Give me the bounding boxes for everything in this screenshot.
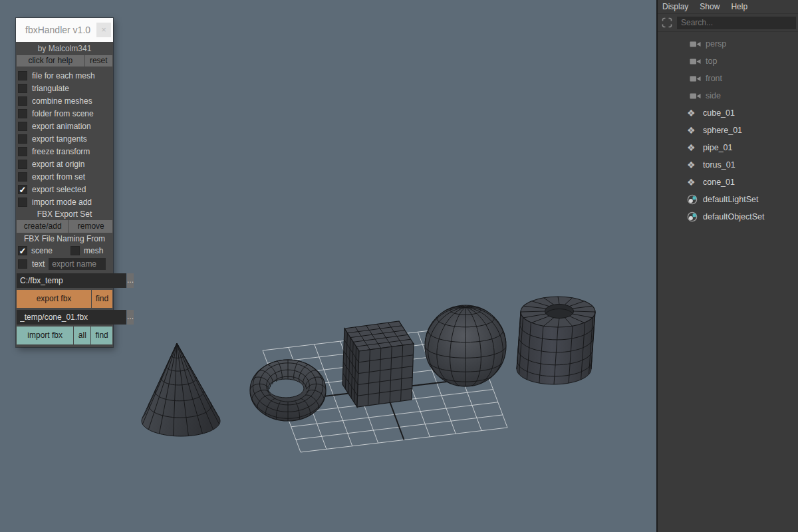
option-row[interactable]: import mode add (16, 196, 113, 208)
import-all-button[interactable]: all (74, 327, 90, 344)
option-row[interactable]: export tangents (16, 132, 113, 145)
outliner-item-cone_01[interactable]: ❖ cone_01 (658, 174, 798, 191)
outliner-item-sphere_01[interactable]: ❖ sphere_01 (658, 122, 798, 139)
sphere-object[interactable] (425, 305, 506, 386)
option-label: export from set (32, 172, 85, 182)
checkbox[interactable] (18, 122, 27, 131)
outliner-item-side[interactable]: side (658, 87, 798, 104)
item-label: side (706, 91, 721, 100)
menu-display[interactable]: Display (662, 2, 688, 11)
export-name-input[interactable] (49, 258, 106, 270)
scene-checkbox[interactable]: ✓ (18, 246, 27, 255)
options-list: file for each mesh triangulate combine m… (16, 69, 113, 208)
item-label: pipe_01 (703, 143, 733, 152)
filter-icon[interactable] (661, 17, 673, 29)
remove-button[interactable]: remove (69, 220, 112, 233)
item-label: torus_01 (703, 160, 735, 170)
mesh-icon: ❖ (687, 178, 700, 187)
reset-button[interactable]: reset (85, 55, 112, 66)
set-icon (687, 211, 700, 222)
search-input[interactable] (677, 17, 796, 29)
outliner-item-torus_01[interactable]: ❖ torus_01 (658, 156, 798, 174)
export-set-label: FBX Export Set (16, 209, 113, 220)
import-fbx-button[interactable]: import fbx (17, 327, 73, 344)
option-row[interactable]: file for each mesh (16, 69, 113, 82)
torus-object[interactable] (250, 360, 326, 421)
create-add-button[interactable]: create/add (17, 220, 68, 233)
option-row[interactable]: folder from scene (16, 107, 113, 120)
option-label: export animation (32, 122, 91, 131)
checkbox[interactable] (18, 172, 27, 182)
text-checkbox[interactable] (18, 259, 27, 269)
close-button[interactable]: × (96, 23, 111, 37)
option-label: export selected (32, 185, 86, 194)
outliner-item-defaultLightSet[interactable]: defaultLightSet (658, 191, 798, 208)
option-row[interactable]: ✓export selected (16, 183, 113, 196)
option-row[interactable]: triangulate (16, 82, 113, 94)
option-label: import mode add (32, 198, 92, 207)
option-label: triangulate (32, 84, 69, 93)
export-fbx-button[interactable]: export fbx (17, 290, 91, 308)
mesh-icon: ❖ (687, 126, 700, 135)
fbxhandler-panel: fbxHandler v1.0 × by Malcolm341 click fo… (16, 18, 113, 347)
option-row[interactable]: combine meshes (16, 94, 113, 107)
mesh-icon: ❖ (687, 108, 700, 118)
outliner-item-top[interactable]: top (658, 53, 798, 70)
option-label: combine meshes (32, 96, 92, 106)
option-row[interactable]: export animation (16, 120, 113, 132)
mesh-icon: ❖ (687, 143, 700, 152)
outliner-item-defaultObjectSet[interactable]: defaultObjectSet (658, 208, 798, 225)
menu-help[interactable]: Help (731, 2, 747, 11)
item-label: defaultLightSet (703, 195, 758, 204)
export-path-input[interactable] (17, 273, 126, 288)
checkbox[interactable] (18, 71, 27, 80)
mesh-label: mesh (84, 246, 103, 255)
camera-icon (690, 75, 702, 82)
outliner-item-pipe_01[interactable]: ❖ pipe_01 (658, 139, 798, 156)
checkbox[interactable]: ✓ (18, 185, 27, 194)
checkbox[interactable] (18, 134, 27, 144)
menu-show[interactable]: Show (700, 2, 720, 11)
checkbox[interactable] (18, 198, 27, 207)
item-label: cube_01 (703, 108, 735, 118)
checkbox[interactable] (18, 84, 27, 93)
option-row[interactable]: freeze transform (16, 145, 113, 158)
option-row[interactable]: export from set (16, 170, 113, 183)
option-label: freeze transform (32, 147, 90, 156)
export-path-browse-button[interactable]: ... (127, 273, 134, 288)
option-row[interactable]: export at origin (16, 158, 113, 170)
mesh-checkbox[interactable] (70, 246, 80, 255)
item-label: defaultObjectSet (703, 212, 764, 221)
outliner-list: persp top front side ❖ cube_01 ❖ sphere_… (658, 32, 798, 225)
outliner-item-persp[interactable]: persp (658, 35, 798, 53)
import-path-input[interactable] (17, 310, 126, 325)
mesh-icon: ❖ (687, 160, 700, 170)
import-find-button[interactable]: find (91, 327, 112, 344)
outliner-item-cube_01[interactable]: ❖ cube_01 (658, 104, 798, 122)
item-label: persp (706, 39, 726, 49)
outliner-panel: Display Show Help persp top front side ❖… (656, 0, 798, 532)
option-label: folder from scene (32, 109, 94, 118)
checkbox[interactable] (18, 96, 27, 106)
checkbox[interactable] (18, 147, 27, 156)
import-path-browse-button[interactable]: ... (127, 310, 134, 325)
item-label: cone_01 (703, 178, 735, 187)
checkbox[interactable] (18, 109, 27, 118)
camera-icon (690, 58, 702, 65)
outliner-item-front[interactable]: front (658, 70, 798, 87)
item-label: sphere_01 (703, 126, 742, 135)
camera-icon (690, 41, 702, 48)
checkbox[interactable] (18, 160, 27, 169)
cube-object[interactable] (342, 321, 414, 407)
author-byline: by Malcolm341 (16, 42, 113, 55)
option-label: export tangents (32, 134, 87, 144)
pipe-object[interactable] (517, 297, 595, 384)
item-label: front (706, 74, 722, 83)
help-button[interactable]: click for help (17, 55, 84, 66)
text-label: text (32, 259, 45, 269)
panel-titlebar[interactable]: fbxHandler v1.0 × (16, 18, 113, 42)
camera-icon (690, 92, 702, 100)
set-icon (687, 194, 700, 205)
outliner-menubar: Display Show Help (658, 0, 798, 14)
export-find-button[interactable]: find (92, 290, 112, 308)
